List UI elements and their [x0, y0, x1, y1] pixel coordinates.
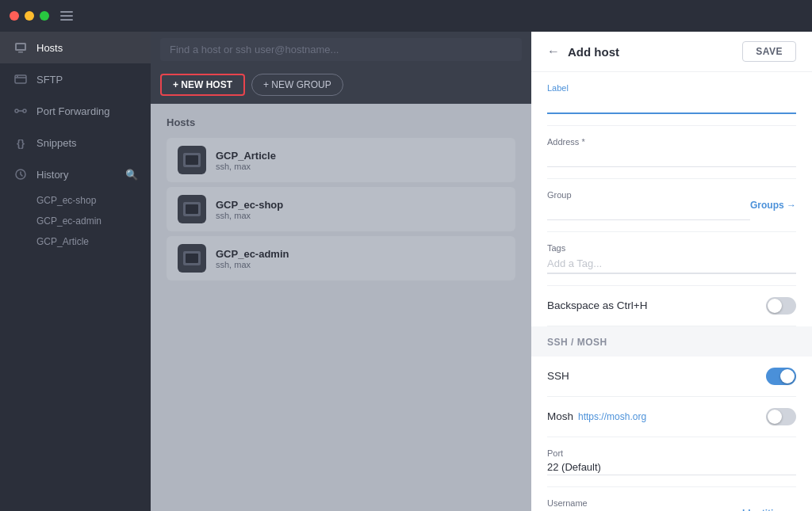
host-avatar [178, 244, 206, 273]
backspace-label: Backspace as Ctrl+H [547, 299, 647, 311]
groups-link[interactable]: Groups → [750, 200, 796, 211]
history-sub-item[interactable]: GCP_Article [0, 231, 151, 252]
host-meta: ssh, max [216, 211, 283, 220]
svg-point-4 [17, 76, 18, 78]
maximize-button[interactable] [40, 11, 49, 21]
host-item[interactable]: GCP_Article ssh, max [167, 138, 515, 182]
hosts-list-title: Hosts [167, 116, 515, 128]
history-sub-item[interactable]: GCP_ec-admin [0, 211, 151, 231]
minimize-button[interactable] [25, 11, 34, 21]
sidebar-label-sftp: SFTP [36, 74, 138, 86]
port-forwarding-icon [13, 103, 29, 119]
ssh-label: SSH [547, 370, 569, 382]
sftp-icon [13, 71, 29, 87]
username-field: Username Identities → [547, 487, 796, 511]
main-layout: Hosts SFTP Port Forwarding [0, 32, 812, 511]
history-icon [13, 166, 29, 182]
back-button[interactable]: ← [547, 44, 560, 59]
sidebar-item-snippets[interactable]: {} Snippets [0, 127, 151, 158]
search-input[interactable] [160, 38, 522, 61]
toolbar: + NEW HOST + NEW GROUP [151, 67, 531, 104]
ssh-mosh-section-header: SSH / Mosh [531, 326, 812, 357]
port-field-label: Port [547, 448, 796, 458]
host-meta: ssh, max [216, 260, 289, 269]
group-field: Group Groups → [547, 179, 796, 232]
sidebar-label-port-forwarding: Port Forwarding [36, 105, 138, 117]
sidebar-item-history[interactable]: History 🔍 [0, 158, 151, 190]
panel-title: Add host [568, 45, 619, 59]
mosh-link[interactable]: https://mosh.org [578, 411, 646, 422]
address-input[interactable] [547, 150, 796, 165]
address-field: Address * [547, 126, 796, 180]
search-icon[interactable]: 🔍 [125, 169, 138, 181]
history-sub-item[interactable]: GCP_ec-shop [0, 190, 151, 211]
label-input[interactable] [547, 96, 796, 111]
ssh-form-body: SSH Mosh https://mosh.org Port 22 (Defau… [531, 357, 812, 512]
sidebar-item-hosts[interactable]: Hosts [0, 32, 151, 63]
host-avatar [178, 195, 206, 223]
svg-rect-1 [17, 44, 25, 49]
label-underline [547, 112, 796, 114]
group-field-label: Group [547, 190, 750, 200]
host-avatar [178, 146, 206, 174]
close-button[interactable] [10, 11, 19, 21]
host-info: GCP_Article ssh, max [216, 150, 276, 171]
sidebar: Hosts SFTP Port Forwarding [0, 32, 151, 511]
svg-point-5 [15, 109, 18, 112]
mosh-toggle[interactable] [766, 408, 796, 425]
sidebar-label-hosts: Hosts [36, 42, 138, 54]
backspace-toggle[interactable] [766, 297, 796, 315]
tags-underline [547, 273, 796, 274]
group-input[interactable] [547, 203, 750, 218]
label-field-label: Label [547, 83, 796, 93]
ssh-toggle[interactable] [766, 368, 796, 385]
sidebar-item-port-forwarding[interactable]: Port Forwarding [0, 95, 151, 127]
port-field: Port 22 (Default) [547, 437, 796, 488]
sidebar-label-history: History [36, 169, 117, 181]
label-field: Label [547, 72, 796, 126]
right-panel-header: ← Add host SAVE [531, 32, 812, 72]
host-name: GCP_Article [216, 150, 276, 162]
tags-input[interactable] [547, 256, 796, 271]
history-items: GCP_ec-shop GCP_ec-admin GCP_Article [0, 190, 151, 252]
header-left: ← Add host [547, 44, 619, 59]
tags-label: Tags [547, 243, 796, 253]
titlebar [0, 0, 812, 32]
mosh-toggle-row: Mosh https://mosh.org [547, 397, 796, 437]
new-group-button[interactable]: + NEW GROUP [251, 74, 343, 96]
svg-point-6 [23, 109, 26, 112]
search-bar [151, 32, 531, 67]
host-name: GCP_ec-shop [216, 199, 283, 211]
identities-link[interactable]: Identities → [742, 508, 796, 511]
address-underline [547, 166, 796, 168]
save-button[interactable]: SAVE [742, 41, 796, 62]
host-info: GCP_ec-shop ssh, max [216, 199, 283, 220]
host-info: GCP_ec-admin ssh, max [216, 248, 289, 269]
backspace-toggle-row: Backspace as Ctrl+H [547, 286, 796, 326]
ssh-toggle-row: SSH [547, 357, 796, 397]
hosts-list: Hosts GCP_Article ssh, max GCP_e [151, 104, 531, 511]
port-underline [547, 475, 796, 476]
hamburger-menu[interactable] [60, 11, 73, 21]
window-controls [10, 11, 49, 21]
mosh-label: Mosh [547, 410, 573, 422]
host-item[interactable]: GCP_ec-admin ssh, max [167, 236, 515, 280]
snippets-icon: {} [13, 135, 29, 151]
form-body: Label Address * Group [531, 72, 812, 326]
mosh-label-row: Mosh https://mosh.org [547, 410, 646, 422]
group-underline [547, 219, 750, 220]
middle-panel: + NEW HOST + NEW GROUP Hosts GCP_Article… [151, 32, 531, 511]
host-item[interactable]: GCP_ec-shop ssh, max [167, 187, 515, 231]
ssh-mosh-label: SSH / Mosh [547, 337, 607, 348]
new-host-button[interactable]: + NEW HOST [160, 74, 245, 96]
add-host-panel: ← Add host SAVE Label Address * [531, 32, 812, 511]
username-field-label: Username [547, 498, 742, 508]
tags-field: Tags [547, 232, 796, 286]
svg-rect-2 [18, 51, 23, 53]
content-area: + NEW HOST + NEW GROUP Hosts GCP_Article… [151, 32, 812, 511]
address-field-label: Address * [547, 137, 796, 147]
sidebar-item-sftp[interactable]: SFTP [0, 63, 151, 95]
port-value: 22 (Default) [547, 461, 796, 473]
hosts-icon [13, 40, 29, 55]
sidebar-label-snippets: Snippets [36, 137, 138, 149]
